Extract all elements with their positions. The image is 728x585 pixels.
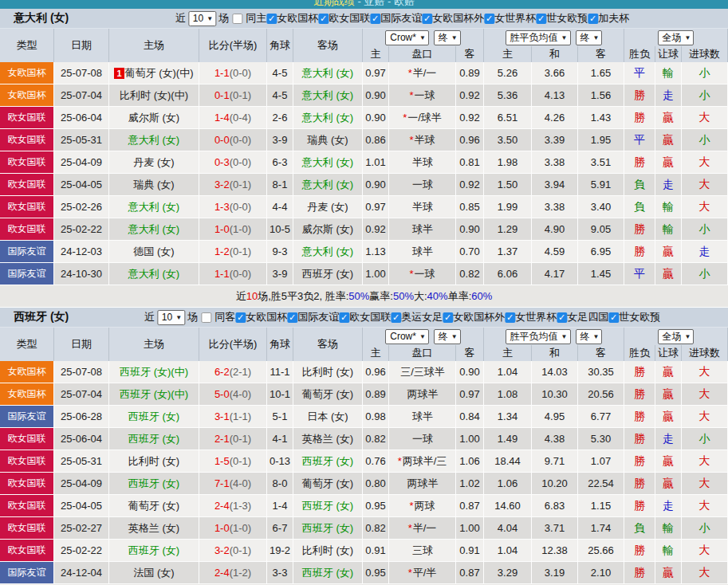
nav-euro-odds-link[interactable]: 欧赔 — [394, 0, 415, 7]
scope-dropdown[interactable]: 全场▼ — [658, 30, 695, 45]
result-handicap: 輸 — [655, 517, 682, 539]
competition-label: 国际友谊 — [297, 310, 339, 324]
corner-count: 8-0 — [267, 473, 293, 494]
competition-checkbox[interactable]: ✓ — [318, 14, 329, 24]
handicap-line: 一球 — [389, 428, 456, 450]
competition-checkbox[interactable]: ✓ — [536, 14, 546, 24]
header-col-2: 主场 — [109, 328, 199, 361]
away-odds: 0.70 — [456, 241, 484, 262]
avg-odds-dropdown[interactable]: 胜平负均值▼ — [506, 329, 571, 344]
away-odds: 1.00 — [456, 517, 484, 539]
competition-checkbox[interactable]: ✓ — [287, 312, 297, 323]
competition-filter-item: ✓女足四国 — [557, 310, 608, 324]
summary-segment: 60% — [471, 290, 492, 302]
avg-home-odds: 3.29 — [484, 562, 532, 583]
result-goals: 小 — [682, 218, 728, 240]
near-label: 近 — [175, 11, 186, 26]
home-odds: 0.97 — [363, 196, 389, 218]
games-count-dropdown[interactable]: 10▼ — [157, 310, 185, 325]
same-venue-checkbox[interactable] — [232, 14, 242, 24]
same-venue-label: 同客 — [214, 310, 235, 324]
competition-type-badge: 欧女国联 — [0, 196, 54, 218]
section-title-row: 西班牙 (女) 近 10▼ 场 同客 ✓女欧国杯✓国际友谊✓欧女国联✓奥运女足✓… — [0, 308, 728, 328]
competition-checkbox[interactable]: ✓ — [391, 312, 401, 323]
match-date: 25-02-22 — [54, 218, 109, 240]
scope-dropdown[interactable]: 全场▼ — [658, 329, 695, 344]
home-team: 英格兰 (女) — [109, 517, 199, 539]
corner-count: 0-13 — [267, 450, 293, 472]
competition-checkbox[interactable]: ✓ — [608, 312, 619, 323]
competition-checkbox[interactable]: ✓ — [370, 14, 380, 24]
avg-home-odds: 1.06 — [484, 473, 532, 494]
match-row: 国际友谊 25-06-28 西班牙 (女) 3-1(1-1) 5-1 日本 (女… — [0, 406, 728, 428]
match-row: 国际友谊 24-12-03 德国 (女) 1-2(0-1) 9-3 意大利 (女… — [0, 241, 728, 263]
avg-home-odds: 6.51 — [484, 107, 532, 128]
match-date: 25-06-04 — [54, 428, 109, 450]
summary-segment: 场,胜5平3负2, 胜率: — [258, 289, 348, 304]
odds-final-dropdown[interactable]: 终▼ — [434, 329, 461, 344]
odds-company-dropdown[interactable]: Crow*▼ — [385, 329, 429, 344]
nav-asian-odds-link[interactable]: 亚赔 — [364, 0, 385, 7]
competition-checkbox[interactable]: ✓ — [339, 312, 349, 323]
result-win-draw-loss: 勝 — [624, 473, 655, 494]
games-count-dropdown[interactable]: 10▼ — [188, 11, 216, 26]
competition-label: 国际友谊 — [380, 11, 422, 26]
match-row: 欧女国联 25-02-27 英格兰 (女) 1-0(1-0) 6-7 西班牙 (… — [0, 517, 728, 540]
result-handicap: 贏 — [655, 450, 682, 472]
avg-final-dropdown[interactable]: 终▼ — [576, 329, 603, 344]
table-header: 类型日期主场比分(半场)角球客场Crow*▼终▼胜平负均值▼终▼全场▼主盘口客主… — [0, 29, 728, 62]
away-team: 威尔斯 (女) — [293, 218, 363, 240]
competition-checkbox[interactable]: ✓ — [266, 14, 277, 24]
away-odds: 1.06 — [456, 450, 484, 472]
competition-filter-item: ✓国际友谊 — [287, 310, 339, 324]
result-goals: 小 — [682, 428, 728, 450]
competition-label: 欧女国联 — [349, 310, 391, 324]
competition-filter-item: ✓女欧国杯 — [235, 310, 287, 324]
corner-count: 6-7 — [267, 517, 293, 539]
competition-checkbox[interactable]: ✓ — [422, 14, 432, 24]
home-odds: 0.89 — [363, 383, 389, 405]
handicap-line: 半球 — [389, 151, 456, 173]
result-win-draw-loss: 勝 — [624, 241, 655, 262]
result-goals: 大 — [682, 107, 728, 128]
handicap-line: *半/一 — [389, 517, 456, 539]
corner-count: 4-5 — [267, 62, 293, 84]
subheader-col-5: 客 — [578, 46, 624, 62]
result-handicap: 贏 — [655, 473, 682, 494]
score-halftime: 3-1(1-1) — [199, 406, 267, 427]
top-nav-bar: 近期战绩 - 亚赔 - 欧赔 — [0, 0, 728, 9]
competition-type-badge: 国际友谊 — [0, 562, 54, 583]
avg-draw-odds: 3.66 — [532, 62, 578, 84]
competition-filter-list: ✓女欧国杯✓欧女国联✓国际友谊✓女欧国杯外✓女世界杯✓世女欧预✓加夫杯 — [266, 11, 629, 26]
subheader-col-3: 主 — [484, 46, 532, 62]
match-row: 欧女国联 25-04-09 丹麦 (女) 0-3(0-0) 6-3 意大利 (女… — [0, 151, 728, 174]
competition-checkbox[interactable]: ✓ — [557, 312, 567, 323]
odds-company-dropdown[interactable]: Crow*▼ — [385, 30, 429, 45]
same-venue-checkbox[interactable] — [201, 312, 211, 323]
competition-checkbox[interactable]: ✓ — [588, 14, 598, 24]
avg-final-dropdown-value: 终 — [580, 330, 590, 344]
competition-filter-item: ✓世女欧预 — [536, 11, 588, 26]
away-team: 丹麦 (女) — [293, 196, 363, 218]
avg-odds-dropdown[interactable]: 胜平负均值▼ — [506, 30, 571, 45]
away-team: 西班牙 (女) — [293, 263, 363, 285]
avg-away-odds: 1.07 — [578, 450, 624, 472]
odds-final-dropdown[interactable]: 终▼ — [434, 30, 461, 45]
home-odds: 0.82 — [363, 517, 389, 539]
home-odds: 0.95 — [363, 562, 389, 583]
summary-segment: 40% — [427, 290, 448, 302]
avg-final-dropdown[interactable]: 终▼ — [576, 30, 603, 45]
away-team: 比利时 (女) — [293, 540, 363, 561]
nav-recent-results-link[interactable]: 近期战绩 — [313, 0, 355, 7]
competition-checkbox[interactable]: ✓ — [484, 14, 494, 24]
competition-checkbox[interactable]: ✓ — [235, 312, 246, 323]
competition-label: 世女欧预 — [546, 11, 588, 26]
competition-checkbox[interactable]: ✓ — [505, 312, 515, 323]
match-date: 25-05-31 — [54, 129, 109, 151]
avg-away-odds: 3.40 — [578, 196, 624, 218]
summary-row: 近10场,胜5平3负2, 胜率:50% 赢率:50% 大:40% 单率:60% — [0, 285, 728, 308]
avg-odds-group: 胜平负均值▼终▼ — [484, 328, 624, 345]
team-section: 西班牙 (女) 近 10▼ 场 同客 ✓女欧国杯✓国际友谊✓欧女国联✓奥运女足✓… — [0, 308, 728, 584]
handicap-line: 球半 — [389, 241, 456, 262]
competition-checkbox[interactable]: ✓ — [443, 312, 453, 323]
